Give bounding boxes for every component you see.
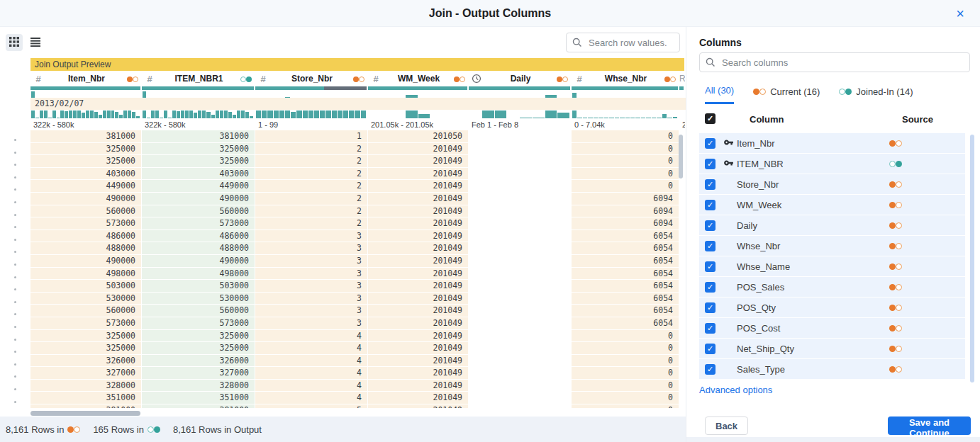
table-cell: 325000: [30, 342, 141, 355]
column-list-item-ITEM_NBR[interactable]: ✓ITEM_NBR: [699, 154, 965, 174]
save-and-continue-button[interactable]: Save and Continue: [888, 416, 971, 435]
tab-current[interactable]: Current (16): [753, 85, 820, 104]
column-checkbox[interactable]: ✓: [705, 323, 715, 334]
row-count-footer: 8,161 Rows in165 Rows in8,161 Rows in Ou…: [0, 416, 686, 442]
table-cell: 2: [255, 217, 367, 230]
close-icon[interactable]: ×: [952, 5, 969, 22]
row-marker: [14, 326, 16, 328]
table-cell: 5: [255, 404, 367, 408]
advanced-options-link[interactable]: Advanced options: [699, 385, 772, 395]
histogram-bar: [151, 109, 155, 118]
column-checkbox[interactable]: ✓: [705, 241, 715, 251]
table-cell: 326000: [30, 355, 141, 368]
table-cell: 4: [255, 330, 367, 343]
column-list-scrollbar[interactable]: [970, 135, 974, 382]
tab-all[interactable]: All (30): [705, 85, 734, 104]
column-list-item-Store_Nbr[interactable]: ✓Store_Nbr: [699, 174, 965, 194]
table-cell: 0: [572, 392, 679, 404]
column-item-label: Net_Ship_Qty: [737, 344, 794, 354]
table-cell: 488000: [30, 242, 141, 255]
column-checkbox[interactable]: ✓: [705, 261, 715, 272]
column-header[interactable]: #ITEM_NBR1: [142, 71, 255, 86]
column-item-label: POS_Qty: [737, 302, 776, 313]
row-marker: [14, 251, 16, 253]
table-cell: 503000: [30, 280, 141, 293]
grid-view-icon[interactable]: [6, 34, 23, 51]
dialog-title: Join - Output Columns: [0, 0, 980, 27]
source-dot-outline: [133, 76, 138, 82]
column-list-item-POS_Sales[interactable]: ✓POS_Sales: [699, 277, 965, 297]
column-search-input[interactable]: [720, 57, 964, 69]
row-marker: [14, 239, 16, 241]
column-list-item-Whse_Nbr[interactable]: ✓Whse_Nbr: [699, 236, 965, 256]
source-dot-outline: [889, 161, 896, 167]
column-header[interactable]: #WM_Week: [368, 71, 469, 86]
column-checkbox[interactable]: ✓: [705, 282, 715, 293]
joined-source-badge: [147, 426, 160, 433]
table-cell: 351000: [30, 392, 141, 404]
table-cell: 6054: [572, 242, 679, 255]
table-cell: 573000: [30, 317, 141, 330]
list-view-icon[interactable]: [27, 34, 44, 51]
current-source-badge: [557, 76, 568, 82]
column-checkbox[interactable]: ✓: [705, 302, 715, 313]
select-all-checkbox[interactable]: ✓: [705, 113, 715, 124]
source-dot-filled: [557, 76, 562, 82]
data-quality-bar: [679, 86, 684, 90]
table-cell: 3: [255, 280, 367, 293]
source-dot-outline: [896, 243, 902, 249]
column-list-item-Sales_Type[interactable]: ✓Sales_Type: [699, 359, 965, 379]
table-cell: 449000: [30, 180, 141, 193]
histogram-bar: [107, 109, 111, 118]
column-list-item-Daily[interactable]: ✓Daily: [699, 215, 965, 235]
table-cell: 6094: [572, 217, 679, 230]
column-list-item-WM_Week[interactable]: ✓WM_Week: [699, 195, 965, 215]
row-search-input[interactable]: [587, 37, 674, 49]
column-checkbox[interactable]: ✓: [705, 344, 715, 354]
column-list-item-Item_Nbr[interactable]: ✓Item_Nbr: [699, 133, 965, 153]
column-checkbox[interactable]: ✓: [705, 220, 715, 231]
row-count-segment: 165 Rows in: [93, 424, 160, 435]
column-header[interactable]: Daily: [469, 71, 572, 86]
column-list-item-Net_Ship_Qty[interactable]: ✓Net_Ship_Qty: [699, 339, 965, 358]
table-cell: 6054: [572, 317, 679, 330]
column-header[interactable]: #Whse_Nbr: [572, 71, 679, 86]
table-cell: 201049: [368, 280, 468, 293]
column-list-item-POS_Qty[interactable]: ✓POS_Qty: [699, 298, 965, 317]
column-item-label: Whse_Name: [737, 261, 790, 272]
source-dot-filled: [889, 181, 896, 188]
vertical-scrollbar[interactable]: [679, 135, 683, 178]
column-item-label: Store_Nbr: [737, 179, 779, 190]
table-cell: 325000: [142, 330, 255, 343]
source-dot-outline: [896, 264, 902, 270]
table-cell: 6054: [572, 305, 679, 317]
range-label: 322k - 580k: [30, 118, 142, 130]
column-checkbox[interactable]: ✓: [705, 159, 715, 169]
horizontal-scrollbar[interactable]: [30, 411, 140, 416]
table-cell: 530000: [142, 293, 255, 305]
column-list-item-POS_Cost[interactable]: ✓POS_Cost: [699, 318, 965, 338]
tab-label: Current (16): [770, 86, 820, 97]
column-header[interactable]: #Item_Nbr: [30, 71, 142, 86]
table-cell: 2: [255, 155, 367, 168]
column-list-item-Whse_Name[interactable]: ✓Whse_Name: [699, 256, 965, 276]
table-cell: 326000: [142, 355, 255, 368]
table-cell: 503000: [142, 280, 255, 293]
table-cell: 325000: [142, 143, 255, 156]
tab-joined-in[interactable]: Joined-In (14): [839, 85, 913, 104]
histogram-bar: [635, 118, 640, 118]
source-dot-filled: [845, 89, 852, 95]
column-header[interactable]: #Store_Nbr: [255, 71, 368, 86]
column-item-label: Whse_Nbr: [737, 241, 780, 251]
table-cell: 560000: [30, 305, 141, 317]
range-label: 1 - 99: [255, 118, 368, 130]
back-button[interactable]: Back: [705, 416, 748, 435]
table-cell: 2: [255, 180, 367, 193]
column-checkbox[interactable]: ✓: [705, 364, 715, 375]
column-checkbox[interactable]: ✓: [705, 200, 715, 210]
histogram-bar: [520, 118, 532, 118]
column-checkbox[interactable]: ✓: [705, 138, 715, 149]
row-marker: [14, 214, 16, 216]
current-source-badge: [753, 89, 766, 95]
column-checkbox[interactable]: ✓: [705, 179, 715, 190]
